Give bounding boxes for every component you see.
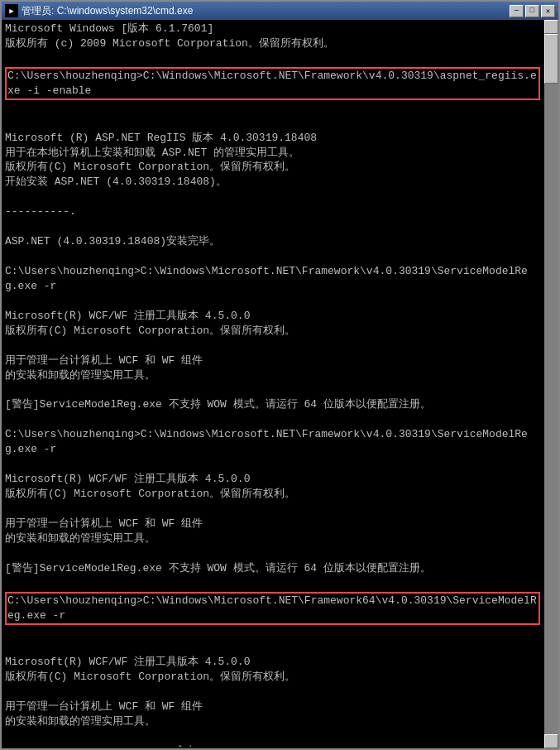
line-wcf-version-1: Microsoft(R) WCF/WF 注册工具版本 4.5.0.0	[5, 310, 250, 322]
line-blank-15	[5, 685, 12, 698]
line-wcf-desc2b: 的安装和卸载的管理实用工具。	[5, 532, 156, 545]
line-wcf-version-3: Microsoft(R) WCF/WF 注册工具版本 4.5.0.0	[5, 656, 250, 668]
close-button[interactable]: ✕	[541, 5, 555, 17]
titlebar-left: 管理员: C:\windows\system32\cmd.exe	[5, 4, 193, 18]
line-aspnet-copy: 版权所有(C) Microsoft Corporation。保留所有权利。	[5, 161, 295, 173]
titlebar-buttons: ─ □ ✕	[510, 5, 555, 17]
line-wcf-desc3b: 的安装和卸载的管理实用工具。	[5, 715, 156, 728]
minimize-button[interactable]: ─	[510, 5, 524, 17]
cmd-window: 管理员: C:\windows\system32\cmd.exe ─ □ ✕ M…	[0, 0, 560, 750]
titlebar: 管理员: C:\windows\system32\cmd.exe ─ □ ✕	[2, 2, 558, 20]
line-2: 版权所有 (c) 2009 Microsoft Corporation。保留所有…	[5, 37, 334, 50]
content-area: Microsoft Windows [版本 6.1.7601] 版权所有 (c)…	[5, 22, 555, 747]
line-blank-9	[5, 413, 12, 425]
highlighted-cmd-1: C:\Users\houzhenqing>C:\Windows\Microsof…	[5, 67, 540, 100]
line-aspnet-done: ASP.NET (4.0.30319.18408)安装完毕。	[5, 235, 220, 248]
maximize-button[interactable]: □	[525, 5, 539, 17]
line-1: Microsoft Windows [版本 6.1.7601]	[5, 22, 213, 35]
line-blank-5	[5, 250, 12, 262]
line-wcf-desc2a: 用于管理一台计算机上 WCF 和 WF 组件	[5, 517, 203, 530]
line-sc-1: [SC] ChangeServiceConfig2 成功	[5, 745, 194, 747]
highlighted-cmd-2: C:\Users\houzhenqing>C:\Windows\Microsof…	[5, 592, 540, 625]
line-blank-3	[5, 190, 12, 203]
line-blank-12	[5, 547, 12, 560]
line-blank-4	[5, 220, 12, 233]
console-body: Microsoft Windows [版本 6.1.7601] 版权所有 (c)…	[2, 20, 558, 748]
line-wcf-copy-2: 版权所有(C) Microsoft Corporation。保留所有权利。	[5, 488, 295, 500]
cmd-icon	[5, 4, 18, 17]
scrollbar[interactable]: ▲ ▼	[544, 20, 558, 748]
line-blank-2	[5, 117, 12, 129]
line-dots: ----------.	[5, 205, 76, 218]
line-cmd-3: C:\Users\houzhenqing>C:\Windows\Microsof…	[5, 428, 528, 455]
line-wcf-desc1a: 用于管理一台计算机上 WCF 和 WF 组件	[5, 354, 203, 367]
line-blank-13	[5, 577, 12, 589]
line-blank-7	[5, 339, 12, 352]
line-blank-14	[5, 641, 12, 653]
line-blank-1	[5, 52, 12, 65]
line-wcf-desc3a: 用于管理一台计算机上 WCF 和 WF 组件	[5, 700, 203, 713]
scroll-thumb[interactable]	[544, 34, 558, 84]
scroll-up-button[interactable]: ▲	[544, 20, 558, 34]
line-aspnet-version: Microsoft (R) ASP.NET RegIIS 版本 4.0.3031…	[5, 132, 317, 144]
line-blank-6	[5, 295, 12, 307]
window-title: 管理员: C:\windows\system32\cmd.exe	[22, 4, 193, 18]
line-blank-10	[5, 458, 12, 470]
line-wcf-desc1b: 的安装和卸载的管理实用工具。	[5, 369, 156, 382]
line-blank-8	[5, 384, 12, 397]
line-warning-2: [警告]ServiceModelReg.exe 不支持 WOW 模式。请运行 6…	[5, 562, 431, 575]
line-aspnet-desc1: 用于在本地计算机上安装和卸载 ASP.NET 的管理实用工具。	[5, 147, 299, 159]
console-output: Microsoft Windows [版本 6.1.7601] 版权所有 (c)…	[5, 22, 540, 747]
line-wcf-copy-3: 版权所有(C) Microsoft Corporation。保留所有权利。	[5, 671, 295, 683]
line-wcf-version-2: Microsoft(R) WCF/WF 注册工具版本 4.5.0.0	[5, 473, 250, 485]
line-warning-1: [警告]ServiceModelReg.exe 不支持 WOW 模式。请运行 6…	[5, 398, 431, 411]
scroll-track	[544, 34, 558, 734]
line-blank-11	[5, 502, 12, 515]
line-blank-16	[5, 730, 12, 743]
scroll-down-button[interactable]: ▼	[544, 734, 558, 748]
line-wcf-copy-1: 版权所有(C) Microsoft Corporation。保留所有权利。	[5, 325, 295, 337]
line-cmd-2: C:\Users\houzhenqing>C:\Windows\Microsof…	[5, 265, 528, 292]
line-aspnet-install: 开始安装 ASP.NET (4.0.30319.18408)。	[5, 175, 227, 188]
